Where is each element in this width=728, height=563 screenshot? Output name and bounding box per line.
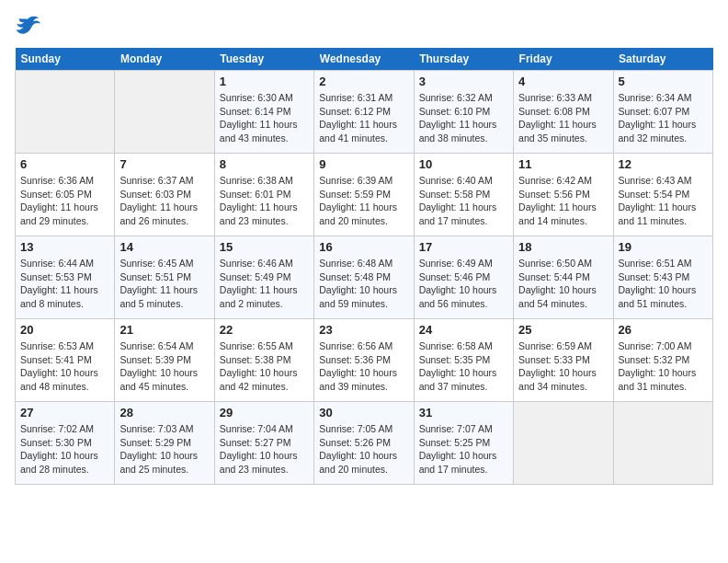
calendar-cell: 18Sunrise: 6:50 AMSunset: 5:44 PMDayligh… — [514, 236, 613, 319]
day-number: 27 — [20, 406, 109, 419]
day-number: 19 — [619, 240, 708, 254]
calendar-cell: 8Sunrise: 6:38 AMSunset: 6:01 PMDaylight… — [214, 154, 313, 236]
calendar-week-1: 1Sunrise: 6:30 AMSunset: 6:14 PMDaylight… — [16, 71, 713, 154]
calendar-week-3: 13Sunrise: 6:44 AMSunset: 5:53 PMDayligh… — [16, 236, 713, 319]
day-number: 25 — [518, 323, 608, 337]
logo-icon — [15, 15, 40, 37]
day-number: 22 — [220, 323, 309, 337]
day-number: 28 — [119, 406, 209, 419]
day-info: Sunrise: 6:34 AMSunset: 6:07 PMDaylight:… — [619, 91, 708, 145]
calendar-cell: 13Sunrise: 6:44 AMSunset: 5:53 PMDayligh… — [16, 236, 115, 319]
day-info: Sunrise: 6:55 AMSunset: 5:38 PMDaylight:… — [220, 339, 309, 394]
day-number: 24 — [419, 323, 508, 337]
day-info: Sunrise: 6:42 AMSunset: 5:56 PMDaylight:… — [518, 174, 608, 228]
calendar-header-row: SundayMondayTuesdayWednesdayThursdayFrid… — [16, 48, 713, 71]
calendar-cell: 14Sunrise: 6:45 AMSunset: 5:51 PMDayligh… — [115, 236, 214, 319]
day-number: 29 — [220, 406, 309, 419]
day-info: Sunrise: 6:40 AMSunset: 5:58 PMDaylight:… — [419, 174, 508, 228]
day-info: Sunrise: 6:37 AMSunset: 6:03 PMDaylight:… — [119, 174, 209, 228]
header-sunday: Sunday — [16, 48, 115, 71]
day-info: Sunrise: 6:56 AMSunset: 5:36 PMDaylight:… — [319, 339, 408, 394]
day-number: 18 — [518, 240, 608, 254]
day-number: 1 — [220, 75, 309, 88]
logo — [15, 15, 44, 37]
day-number: 14 — [119, 240, 209, 254]
day-info: Sunrise: 6:53 AMSunset: 5:41 PMDaylight:… — [20, 339, 109, 394]
calendar-cell: 5Sunrise: 6:34 AMSunset: 6:07 PMDaylight… — [613, 71, 712, 154]
day-number: 20 — [20, 323, 109, 337]
calendar-cell: 2Sunrise: 6:31 AMSunset: 6:12 PMDaylight… — [314, 71, 414, 154]
day-info: Sunrise: 6:36 AMSunset: 6:05 PMDaylight:… — [20, 174, 109, 228]
day-number: 11 — [518, 157, 608, 171]
calendar-cell: 26Sunrise: 7:00 AMSunset: 5:32 PMDayligh… — [613, 319, 712, 402]
day-info: Sunrise: 6:48 AMSunset: 5:48 PMDaylight:… — [319, 257, 408, 311]
day-info: Sunrise: 6:33 AMSunset: 6:08 PMDaylight:… — [518, 91, 608, 145]
header-friday: Friday — [514, 48, 613, 71]
day-number: 4 — [518, 75, 608, 88]
day-number: 7 — [119, 157, 209, 171]
day-number: 5 — [619, 75, 708, 88]
day-number: 17 — [419, 240, 508, 254]
header-thursday: Thursday — [414, 48, 513, 71]
calendar-cell: 20Sunrise: 6:53 AMSunset: 5:41 PMDayligh… — [16, 319, 115, 402]
day-info: Sunrise: 6:51 AMSunset: 5:43 PMDaylight:… — [619, 257, 708, 311]
page-header — [15, 15, 713, 37]
calendar-cell: 9Sunrise: 6:39 AMSunset: 5:59 PMDaylight… — [314, 154, 414, 236]
day-number: 31 — [419, 406, 508, 419]
day-info: Sunrise: 6:54 AMSunset: 5:39 PMDaylight:… — [119, 339, 209, 394]
calendar-week-5: 27Sunrise: 7:02 AMSunset: 5:30 PMDayligh… — [16, 402, 713, 485]
day-info: Sunrise: 6:50 AMSunset: 5:44 PMDaylight:… — [518, 257, 608, 311]
day-info: Sunrise: 7:05 AMSunset: 5:26 PMDaylight:… — [319, 422, 408, 477]
calendar-cell: 27Sunrise: 7:02 AMSunset: 5:30 PMDayligh… — [16, 402, 115, 485]
day-info: Sunrise: 6:31 AMSunset: 6:12 PMDaylight:… — [319, 91, 408, 145]
calendar-cell — [16, 71, 115, 154]
calendar-cell: 30Sunrise: 7:05 AMSunset: 5:26 PMDayligh… — [314, 402, 414, 485]
day-number: 3 — [419, 75, 508, 88]
day-number: 2 — [319, 75, 408, 88]
day-info: Sunrise: 6:59 AMSunset: 5:33 PMDaylight:… — [518, 339, 608, 394]
day-info: Sunrise: 7:00 AMSunset: 5:32 PMDaylight:… — [619, 339, 708, 394]
calendar-cell — [115, 71, 214, 154]
day-number: 13 — [20, 240, 109, 254]
day-info: Sunrise: 6:43 AMSunset: 5:54 PMDaylight:… — [619, 174, 708, 228]
calendar-cell: 22Sunrise: 6:55 AMSunset: 5:38 PMDayligh… — [214, 319, 313, 402]
day-number: 12 — [619, 157, 708, 171]
header-tuesday: Tuesday — [214, 48, 313, 71]
calendar-week-2: 6Sunrise: 6:36 AMSunset: 6:05 PMDaylight… — [16, 154, 713, 236]
header-monday: Monday — [115, 48, 214, 71]
day-info: Sunrise: 6:30 AMSunset: 6:14 PMDaylight:… — [220, 91, 309, 145]
calendar-cell — [613, 402, 712, 485]
calendar-cell — [514, 402, 613, 485]
day-info: Sunrise: 6:58 AMSunset: 5:35 PMDaylight:… — [419, 339, 508, 394]
calendar-cell: 1Sunrise: 6:30 AMSunset: 6:14 PMDaylight… — [214, 71, 313, 154]
day-info: Sunrise: 6:44 AMSunset: 5:53 PMDaylight:… — [20, 257, 109, 311]
calendar-cell: 29Sunrise: 7:04 AMSunset: 5:27 PMDayligh… — [214, 402, 313, 485]
day-number: 23 — [319, 323, 408, 337]
calendar-cell: 19Sunrise: 6:51 AMSunset: 5:43 PMDayligh… — [613, 236, 712, 319]
day-info: Sunrise: 6:49 AMSunset: 5:46 PMDaylight:… — [419, 257, 508, 311]
day-info: Sunrise: 6:45 AMSunset: 5:51 PMDaylight:… — [119, 257, 209, 311]
calendar-table: SundayMondayTuesdayWednesdayThursdayFrid… — [15, 48, 713, 485]
calendar-cell: 11Sunrise: 6:42 AMSunset: 5:56 PMDayligh… — [514, 154, 613, 236]
calendar-cell: 10Sunrise: 6:40 AMSunset: 5:58 PMDayligh… — [414, 154, 513, 236]
day-info: Sunrise: 7:03 AMSunset: 5:29 PMDaylight:… — [119, 422, 209, 477]
calendar-cell: 7Sunrise: 6:37 AMSunset: 6:03 PMDaylight… — [115, 154, 214, 236]
calendar-cell: 17Sunrise: 6:49 AMSunset: 5:46 PMDayligh… — [414, 236, 513, 319]
day-info: Sunrise: 7:04 AMSunset: 5:27 PMDaylight:… — [220, 422, 309, 477]
day-info: Sunrise: 7:02 AMSunset: 5:30 PMDaylight:… — [20, 422, 109, 477]
calendar-cell: 16Sunrise: 6:48 AMSunset: 5:48 PMDayligh… — [314, 236, 414, 319]
day-number: 8 — [220, 157, 309, 171]
day-number: 15 — [220, 240, 309, 254]
calendar-cell: 12Sunrise: 6:43 AMSunset: 5:54 PMDayligh… — [613, 154, 712, 236]
calendar-week-4: 20Sunrise: 6:53 AMSunset: 5:41 PMDayligh… — [16, 319, 713, 402]
day-info: Sunrise: 6:39 AMSunset: 5:59 PMDaylight:… — [319, 174, 408, 228]
calendar-cell: 6Sunrise: 6:36 AMSunset: 6:05 PMDaylight… — [16, 154, 115, 236]
header-wednesday: Wednesday — [314, 48, 414, 71]
day-number: 6 — [20, 157, 109, 171]
calendar-cell: 3Sunrise: 6:32 AMSunset: 6:10 PMDaylight… — [414, 71, 513, 154]
calendar-cell: 31Sunrise: 7:07 AMSunset: 5:25 PMDayligh… — [414, 402, 513, 485]
day-info: Sunrise: 6:32 AMSunset: 6:10 PMDaylight:… — [419, 91, 508, 145]
day-number: 10 — [419, 157, 508, 171]
calendar-cell: 21Sunrise: 6:54 AMSunset: 5:39 PMDayligh… — [115, 319, 214, 402]
day-number: 30 — [319, 406, 408, 419]
